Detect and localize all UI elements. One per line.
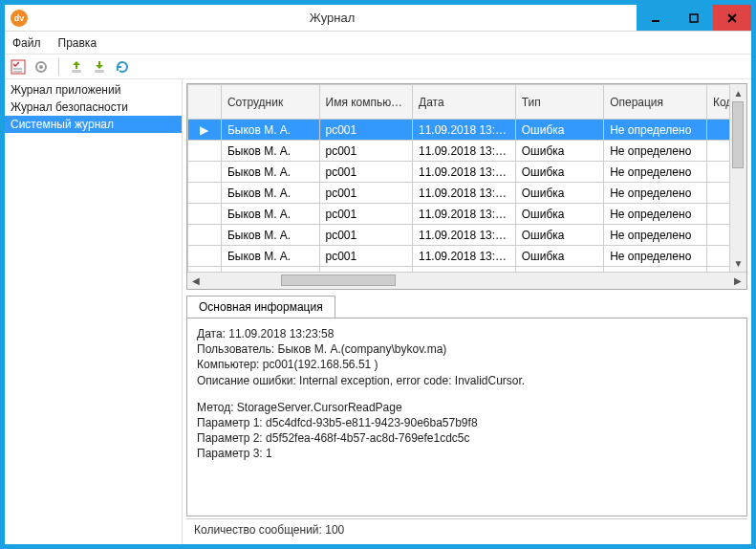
cell-employee: Быков М. А. xyxy=(221,225,319,246)
minimize-button[interactable] xyxy=(637,5,675,31)
cell-operation: Не определено xyxy=(604,246,707,267)
window-title: Журнал xyxy=(28,11,637,25)
detail-param2: Параметр 2: d5f52fea-468f-4b57-ac8d-769e… xyxy=(197,430,737,446)
sidebar: Журнал приложений Журнал безопасности Си… xyxy=(5,79,183,544)
cell-operation: Не определено xyxy=(604,183,707,204)
scroll-up-icon[interactable]: ▲ xyxy=(730,84,746,101)
sidebar-item-system-log[interactable]: Системный журнал xyxy=(5,116,182,133)
spacer xyxy=(197,388,737,400)
cell-date: 11.09.2018 13:2... xyxy=(413,225,516,246)
table-row[interactable]: Быков М. А.pc00111.09.2018 13:2...Ошибка… xyxy=(188,183,746,204)
vertical-scrollbar[interactable]: ▲ ▼ xyxy=(729,84,746,272)
table-row[interactable]: Быков М. А.pc00111.09.2018 13:2...Ошибка… xyxy=(188,246,746,267)
cell-type: Ошибка xyxy=(515,204,603,225)
export-up-icon[interactable] xyxy=(69,59,84,75)
cell-operation: Не определено xyxy=(604,141,707,162)
detail-param1: Параметр 1: d5c4dfcd-93b5-e811-9423-90e6… xyxy=(197,415,737,430)
app-icon: dv xyxy=(11,10,28,27)
status-bar: Количество сообщений: 100 xyxy=(186,518,747,540)
cell-date: 11.09.2018 13:2... xyxy=(413,162,516,183)
row-indicator: ▶ xyxy=(188,120,222,141)
cell-operation: Не определено xyxy=(604,225,707,246)
cell-computer: pc001 xyxy=(319,183,413,204)
cell-employee: Быков М. А. xyxy=(221,141,319,162)
scroll-left-icon[interactable]: ◀ xyxy=(187,275,205,286)
grid-viewport[interactable]: Сотрудник Имя компьютера Дата Тип Операц… xyxy=(187,84,746,272)
detail-user: Пользователь: Быков М. А.(company\bykov.… xyxy=(197,341,737,357)
cell-computer: pc001 xyxy=(319,225,413,246)
cell-type: Ошибка xyxy=(515,246,603,267)
detail-panel: Дата: 11.09.2018 13:23:58 Пользователь: … xyxy=(186,318,747,516)
cell-date: 11.09.2018 13:2... xyxy=(413,246,516,267)
cell-employee: Быков М. А. xyxy=(221,120,319,141)
row-indicator xyxy=(188,204,222,225)
col-date[interactable]: Дата xyxy=(413,85,516,120)
detail-param3: Параметр 3: 1 xyxy=(197,446,737,461)
gear-icon[interactable] xyxy=(33,59,49,75)
cell-employee: Быков М. А. xyxy=(221,162,319,183)
main-panel: Сотрудник Имя компьютера Дата Тип Операц… xyxy=(183,79,751,544)
detail-computer: Компьютер: pc001(192.168.56.51 ) xyxy=(197,357,737,372)
cell-type: Ошибка xyxy=(515,141,603,162)
horizontal-scrollbar[interactable]: ◀ ▶ xyxy=(187,272,746,289)
row-indicator-header xyxy=(188,85,222,120)
cell-employee: Быков М. А. xyxy=(221,183,319,204)
cell-type: Ошибка xyxy=(515,225,603,246)
cell-type: Ошибка xyxy=(515,183,603,204)
cell-computer: pc001 xyxy=(319,162,413,183)
log-grid: Сотрудник Имя компьютера Дата Тип Операц… xyxy=(186,83,747,290)
detail-date: Дата: 11.09.2018 13:23:58 xyxy=(197,326,737,341)
scroll-down-icon[interactable]: ▼ xyxy=(730,254,746,272)
table-row[interactable]: Быков М. А.pc00111.09.2018 13:2...Ошибка… xyxy=(188,204,746,225)
cell-employee: Быков М. А. xyxy=(221,204,319,225)
cell-computer: pc001 xyxy=(319,120,413,141)
cell-operation: Не определено xyxy=(604,120,707,141)
cell-date: 11.09.2018 13:2... xyxy=(413,183,516,204)
detail-error: Описание ошибки: Internal exception, err… xyxy=(197,373,737,388)
row-indicator xyxy=(188,246,222,267)
cell-date: 11.09.2018 13:2... xyxy=(413,141,516,162)
tab-basic-info[interactable]: Основная информация xyxy=(186,296,335,318)
vscroll-thumb[interactable] xyxy=(732,101,744,168)
menu-edit[interactable]: Правка xyxy=(58,36,97,50)
cell-computer: pc001 xyxy=(319,141,413,162)
detail-tabs: Основная информация xyxy=(186,296,747,318)
menubar: Файл Правка xyxy=(5,32,751,55)
grid-header-row: Сотрудник Имя компьютера Дата Тип Операц… xyxy=(188,85,746,120)
hscroll-track[interactable] xyxy=(205,273,729,289)
cell-date: 11.09.2018 13:2... xyxy=(413,120,516,141)
toolbar xyxy=(5,55,751,79)
sidebar-item-app-log[interactable]: Журнал приложений xyxy=(5,81,182,99)
row-indicator xyxy=(188,141,222,162)
refresh-icon[interactable] xyxy=(115,59,130,75)
col-computer[interactable]: Имя компьютера xyxy=(319,85,413,120)
vscroll-track[interactable] xyxy=(730,101,746,254)
col-operation[interactable]: Операция xyxy=(604,85,707,120)
scroll-right-icon[interactable]: ▶ xyxy=(729,275,746,286)
sidebar-item-security-log[interactable]: Журнал безопасности xyxy=(5,99,182,116)
table-row[interactable]: ▶Быков М. А.pc00111.09.2018 13:2...Ошибк… xyxy=(188,120,746,141)
menu-file[interactable]: Файл xyxy=(12,36,41,50)
detail-method: Метод: StorageServer.CursorReadPage xyxy=(197,400,737,415)
close-button[interactable] xyxy=(713,5,751,31)
content-area: Журнал приложений Журнал безопасности Си… xyxy=(5,79,751,544)
cell-type: Ошибка xyxy=(515,162,603,183)
checklist-icon[interactable] xyxy=(11,59,26,75)
toolbar-separator xyxy=(58,58,59,76)
col-type[interactable]: Тип xyxy=(515,85,603,120)
import-down-icon[interactable] xyxy=(92,59,107,75)
col-employee[interactable]: Сотрудник xyxy=(221,85,319,120)
hscroll-thumb[interactable] xyxy=(281,274,396,286)
table-row[interactable]: Быков М. А.pc00111.09.2018 13:2...Ошибка… xyxy=(188,141,746,162)
svg-rect-9 xyxy=(72,70,81,73)
table-row[interactable]: Быков М. А.pc00111.09.2018 13:2...Ошибка… xyxy=(188,162,746,183)
cell-date: 11.09.2018 13:2... xyxy=(413,204,516,225)
cell-computer: pc001 xyxy=(319,204,413,225)
status-message-count: Количество сообщений: 100 xyxy=(194,523,344,537)
table-row[interactable]: Быков М. А.pc00111.09.2018 13:2...Ошибка… xyxy=(188,225,746,246)
window-controls xyxy=(637,5,751,31)
svg-point-8 xyxy=(39,65,43,69)
cell-operation: Не определено xyxy=(604,204,707,225)
svg-rect-10 xyxy=(95,70,104,73)
maximize-button[interactable] xyxy=(675,5,713,31)
